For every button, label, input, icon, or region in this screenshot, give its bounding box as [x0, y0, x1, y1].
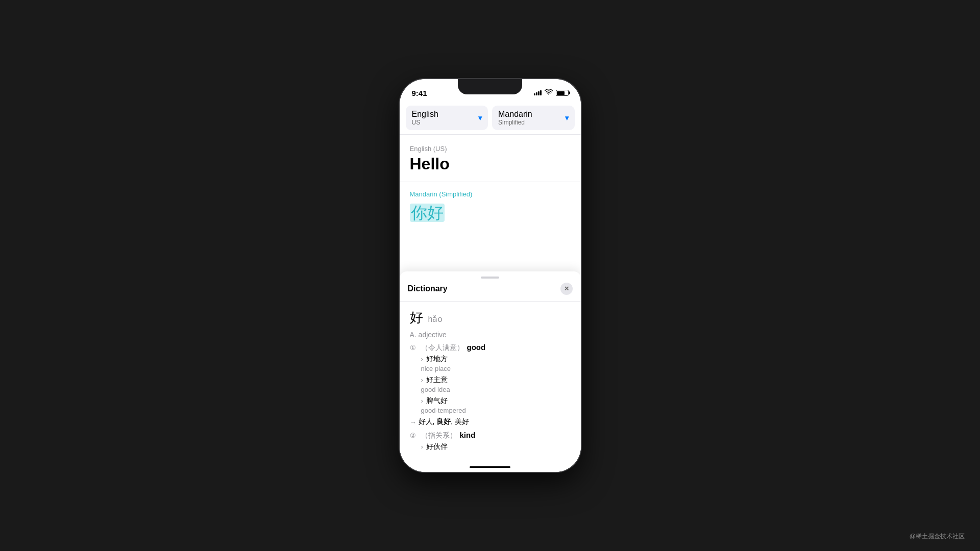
- target-lang-name: Mandarin: [498, 110, 532, 119]
- sense-num-1: ①: [410, 344, 418, 352]
- also-text: 好人, 良好, 美好: [419, 417, 470, 427]
- source-word: Hello: [410, 155, 571, 173]
- sense-context-2: （指关系）: [421, 431, 457, 440]
- bullet-icon-2: ›: [421, 376, 423, 384]
- dict-pos: A. adjective: [410, 331, 571, 339]
- sense-num-2: ②: [410, 432, 418, 439]
- status-icons: [534, 89, 569, 97]
- source-lang-chevron-icon: ▾: [478, 114, 482, 122]
- source-lang-text: English US: [412, 110, 438, 126]
- target-language-button[interactable]: Mandarin Simplified ▾: [492, 106, 575, 130]
- example-2-1: › 好伙伴: [421, 442, 571, 452]
- source-lang-sub: US: [412, 119, 438, 126]
- dict-header: Dictionary ✕: [400, 281, 581, 302]
- dict-close-button[interactable]: ✕: [560, 283, 573, 295]
- target-lang-chevron-icon: ▾: [565, 114, 569, 122]
- source-lang-name: English: [412, 110, 438, 119]
- bullet-icon-3: ›: [421, 397, 423, 405]
- notch: [458, 79, 522, 94]
- target-word-highlight: 你好: [410, 204, 445, 222]
- battery-icon: [556, 90, 569, 96]
- dict-also: → 好人, 良好, 美好: [410, 417, 571, 427]
- source-language-button[interactable]: English US ▾: [406, 106, 488, 130]
- dict-sense-2: ② （指关系） kind › 好伙伴: [410, 431, 571, 452]
- target-word[interactable]: 你好: [410, 202, 445, 224]
- target-lang-sub: Simplified: [498, 119, 532, 126]
- dict-sense-1: ① （令人满意） good › 好地方 nice place ›: [410, 343, 571, 427]
- phone-mockup: 9:41: [400, 79, 581, 472]
- also-arrow-icon: →: [410, 418, 416, 426]
- signal-icon: [534, 90, 542, 95]
- example-1-2: › 好主意: [421, 375, 571, 385]
- example-en-1-3: good-tempered: [421, 407, 571, 414]
- bullet-icon-4: ›: [421, 443, 423, 450]
- example-en-1-1: nice place: [421, 365, 571, 372]
- language-selector: English US ▾ Mandarin Simplified ▾: [400, 102, 581, 135]
- dict-word-row: 好 hǎo: [410, 309, 571, 327]
- phone-screen: 9:41: [400, 79, 581, 472]
- example-en-1-2: good idea: [421, 386, 571, 393]
- translation-divider: [400, 182, 581, 182]
- example-1-3: › 脾气好: [421, 396, 571, 406]
- dict-sense-row-1: ① （令人满意） good: [410, 343, 571, 353]
- dict-title: Dictionary: [408, 284, 448, 293]
- example-cn-1-2: 好主意: [426, 375, 448, 385]
- bullet-icon: ›: [421, 355, 423, 363]
- sense-context-1: （令人满意）: [421, 343, 464, 353]
- phone-frame: 9:41: [400, 79, 581, 472]
- dict-handle: [481, 277, 499, 279]
- wifi-icon: [545, 89, 553, 97]
- status-time: 9:41: [412, 89, 427, 97]
- sense-def-2: kind: [460, 431, 476, 439]
- example-cn-1-1: 好地方: [426, 355, 448, 364]
- scroll-indicator: [470, 466, 510, 468]
- dict-word: 好: [410, 309, 423, 327]
- dict-content: 好 hǎo A. adjective ① （令人满意） good: [400, 302, 581, 462]
- main-content: English US ▾ Mandarin Simplified ▾: [400, 102, 581, 472]
- sense-def-1: good: [467, 343, 486, 352]
- dictionary-panel: Dictionary ✕ 好 hǎo A. adjective ①: [400, 271, 581, 472]
- watermark: @稀土掘金技术社区: [910, 532, 965, 541]
- dict-pinyin: hǎo: [428, 314, 443, 324]
- example-cn-2-1: 好伙伴: [426, 442, 448, 452]
- dict-sense-row-2: ② （指关系） kind: [410, 431, 571, 440]
- dict-handle-area: [400, 271, 581, 281]
- example-cn-1-3: 脾气好: [426, 396, 448, 406]
- example-1-1: › 好地方: [421, 355, 571, 364]
- target-lang-text: Mandarin Simplified: [498, 110, 532, 126]
- source-lang-label: English (US): [410, 145, 571, 153]
- target-lang-label: Mandarin (Simplified): [410, 190, 571, 198]
